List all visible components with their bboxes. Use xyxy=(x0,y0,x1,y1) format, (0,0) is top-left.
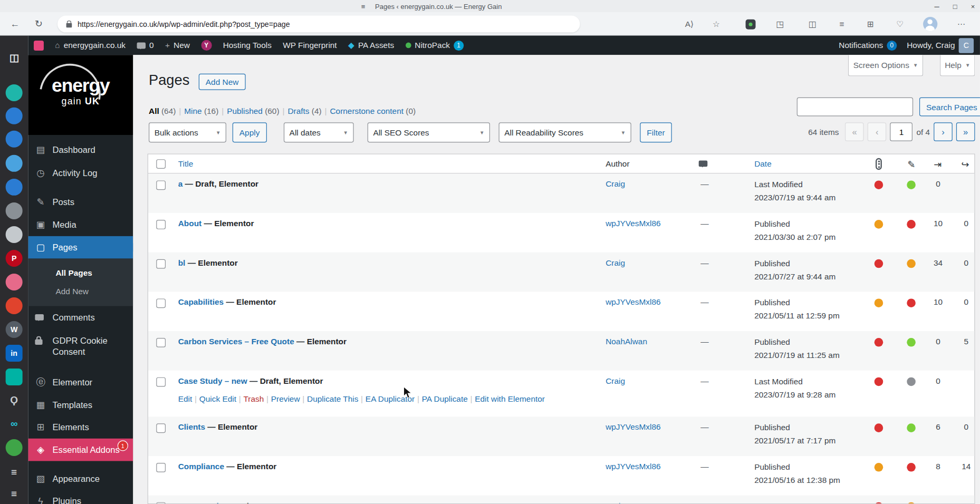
site-icon-red[interactable] xyxy=(6,297,23,314)
minimize-button[interactable]: ─ xyxy=(935,0,939,13)
close-button[interactable]: × xyxy=(971,0,975,13)
select-all-checkbox[interactable] xyxy=(156,159,166,169)
linkedin-icon[interactable]: in xyxy=(6,345,23,362)
view-filter-published[interactable]: Published (60) xyxy=(227,106,279,115)
sidebar-item-posts[interactable]: ✎Posts xyxy=(28,190,133,213)
row-checkbox[interactable] xyxy=(156,463,166,472)
site-icon-blue-4[interactable] xyxy=(6,179,23,196)
profile-avatar[interactable] xyxy=(921,16,939,33)
sidebar-item-plugins[interactable]: ϟPlugins xyxy=(28,490,133,504)
row-action-quick-edit[interactable]: Quick Edit xyxy=(199,394,236,404)
collections-icon[interactable]: ⊞ xyxy=(862,16,879,33)
row-checkbox[interactable] xyxy=(156,377,166,387)
sidebar-item-essential-addons[interactable]: ◈Essential Addons1 xyxy=(28,439,133,461)
page-title-link[interactable]: Carbon Services – Free Quote xyxy=(178,337,294,346)
refresh-button[interactable]: ↻ xyxy=(30,13,47,35)
page-title-link[interactable]: bl xyxy=(178,258,186,267)
site-name-menu[interactable]: ⌂energygain.co.uk xyxy=(55,41,126,50)
view-filter-mine[interactable]: Mine (16) xyxy=(184,106,218,115)
sidebar-item-dashboard[interactable]: ▤Dashboard xyxy=(28,139,133,161)
site-icon-gray-2[interactable] xyxy=(6,226,23,243)
row-action-edit-with-elementor[interactable]: Edit with Elementor xyxy=(475,394,545,404)
column-header-title[interactable]: Title xyxy=(178,154,194,174)
seo-scores-filter-select[interactable]: All SEO Scores▼ xyxy=(368,122,490,142)
author-link[interactable]: wpJYVesMxl86 xyxy=(606,297,660,307)
row-checkbox[interactable] xyxy=(156,423,166,433)
site-icon-pink[interactable] xyxy=(6,274,23,290)
row-action-duplicate-this[interactable]: Duplicate This xyxy=(307,394,358,404)
row-checkbox[interactable] xyxy=(156,338,166,347)
site-icon-green[interactable] xyxy=(6,439,23,456)
page-title-link[interactable]: a xyxy=(178,179,183,189)
row-action-preview[interactable]: Preview xyxy=(271,394,300,404)
admin-bar-comments[interactable]: 0 xyxy=(137,41,153,50)
sidebar-item-appearance[interactable]: ▧Appearance xyxy=(28,467,133,490)
add-new-button[interactable]: Add New xyxy=(199,74,246,90)
site-icon-blue-3[interactable] xyxy=(6,155,23,172)
author-link[interactable]: wpJYVesMxl86 xyxy=(606,219,660,228)
view-filter-drafts[interactable]: Drafts (4) xyxy=(287,106,321,115)
sidebar-item-activity-log[interactable]: ◷Activity Log xyxy=(28,162,133,185)
page-title-link[interactable]: Clients xyxy=(178,422,205,432)
help-button[interactable]: Help▼ xyxy=(940,55,975,76)
favorites-bar-icon[interactable]: ≡ xyxy=(833,16,850,33)
page-title-link[interactable]: Construction xyxy=(178,501,229,504)
pa-assets-menu[interactable]: ◆PA Assets xyxy=(348,41,394,50)
back-button[interactable]: ← xyxy=(6,13,24,35)
menu-icon-bottom[interactable]: ≡ xyxy=(6,486,23,502)
wordpress-icon[interactable]: W xyxy=(6,321,23,338)
readability-scores-filter-select[interactable]: All Readability Scores▼ xyxy=(499,122,631,142)
pinterest-icon[interactable]: P xyxy=(6,250,23,267)
author-link[interactable]: wpJYVesMxl86 xyxy=(606,462,660,471)
screen-options-button[interactable]: Screen Options▼ xyxy=(848,55,923,76)
hamburger-menu-icon[interactable]: ≡ xyxy=(361,0,366,13)
row-checkbox[interactable] xyxy=(156,298,166,308)
sidebar-item-comments[interactable]: Comments xyxy=(28,306,133,329)
last-page-button[interactable]: » xyxy=(956,122,975,141)
row-action-edit[interactable]: Edit xyxy=(178,394,193,404)
tab-panel-icon[interactable]: ◫ xyxy=(6,50,23,66)
row-action-trash[interactable]: Trash xyxy=(243,394,264,404)
apply-button[interactable]: Apply xyxy=(233,122,267,142)
site-icon-teal-1[interactable] xyxy=(6,84,23,101)
extension-badge-icon[interactable] xyxy=(742,16,759,33)
first-page-button[interactable]: « xyxy=(845,122,864,141)
page-title-link[interactable]: About xyxy=(178,219,201,228)
author-link[interactable]: Craig xyxy=(606,376,625,385)
hosting-tools-menu[interactable]: Hosting Tools xyxy=(223,41,272,50)
new-content-menu[interactable]: +New xyxy=(165,41,190,50)
page-title-link[interactable]: Capabilities xyxy=(178,297,224,307)
howdy-menu[interactable]: Howdy, CraigC xyxy=(907,38,974,53)
row-checkbox[interactable] xyxy=(156,220,166,229)
view-filter-cornerstone-content[interactable]: Cornerstone content (0) xyxy=(330,106,416,115)
site-icon-gray-1[interactable] xyxy=(6,202,23,219)
author-link[interactable]: wpJYVesMxl86 xyxy=(606,422,660,432)
sidebar-item-elements[interactable]: ⊞Elements xyxy=(28,416,133,439)
site-icon-teal-2[interactable] xyxy=(6,369,23,385)
page-title-link[interactable]: Compliance xyxy=(178,462,224,471)
search-pages-button[interactable]: Search Pages xyxy=(919,98,980,117)
pink-plugin-icon[interactable] xyxy=(34,40,44,50)
row-checkbox[interactable] xyxy=(156,180,166,190)
sidebar-item-all-pages[interactable]: All Pages xyxy=(55,264,133,283)
notifications-menu[interactable]: Notifications0 xyxy=(839,40,897,50)
author-link[interactable]: Craig xyxy=(606,258,625,267)
row-action-ea-duplicator[interactable]: EA Duplicator xyxy=(366,394,415,404)
site-icon-blue-1[interactable] xyxy=(6,108,23,124)
row-checkbox[interactable] xyxy=(156,502,166,504)
view-filter-all[interactable]: All (64) xyxy=(149,106,176,115)
filter-button[interactable]: Filter xyxy=(640,122,671,142)
sidebar-item-media[interactable]: ▣Media xyxy=(28,214,133,236)
sidebar-item-elementor[interactable]: ⓔElementor xyxy=(28,371,133,394)
menu-icon-top[interactable]: ≡ xyxy=(6,463,23,480)
settings-ellipsis-icon[interactable]: ⋯ xyxy=(953,16,970,33)
bulk-actions-select[interactable]: Bulk actions▼ xyxy=(149,122,226,142)
read-aloud-icon[interactable]: A⟩ xyxy=(680,16,698,33)
yoast-seo-icon[interactable]: Y xyxy=(201,40,212,51)
dates-filter-select[interactable]: All dates▼ xyxy=(284,122,354,142)
maximize-button[interactable]: □ xyxy=(953,0,957,13)
current-page-input[interactable] xyxy=(890,122,913,141)
site-icon-blue-2[interactable] xyxy=(6,131,23,148)
search-pages-input[interactable] xyxy=(797,98,913,117)
extensions-puzzle-icon[interactable]: ◳ xyxy=(771,16,789,33)
